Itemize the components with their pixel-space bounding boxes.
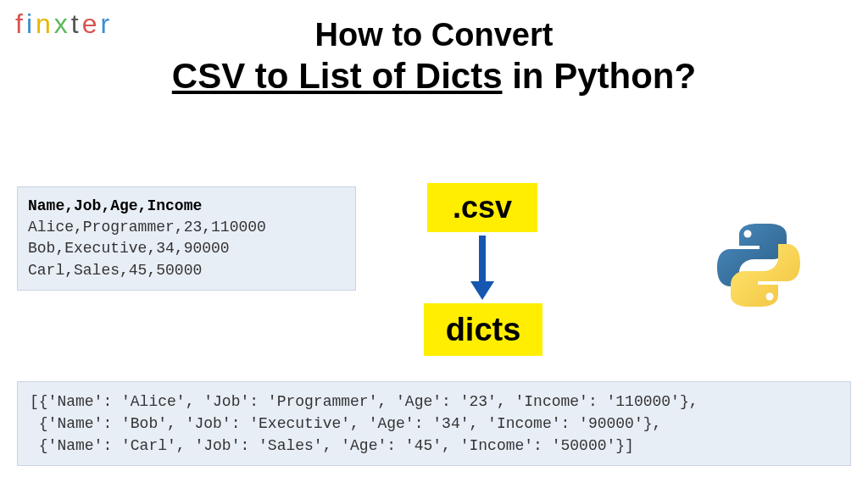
arrow-down-icon bbox=[475, 236, 490, 300]
output-line-2: {'Name': 'Bob', 'Job': 'Executive', 'Age… bbox=[30, 415, 661, 432]
csv-source-box: Name,Job,Age,Income Alice,Programmer,23,… bbox=[17, 186, 356, 291]
csv-row-2: Bob,Executive,34,90000 bbox=[28, 240, 230, 257]
csv-row-3: Carl,Sales,45,50000 bbox=[28, 262, 202, 279]
title-line2: CSV to List of Dicts in Python? bbox=[0, 54, 868, 99]
output-dicts-box: [{'Name': 'Alice', 'Job': 'Programmer', … bbox=[17, 381, 851, 466]
page-title: How to Convert CSV to List of Dicts in P… bbox=[0, 17, 868, 98]
output-line-3: {'Name': 'Carl', 'Job': 'Sales', 'Age': … bbox=[30, 437, 634, 454]
csv-row-1: Alice,Programmer,23,110000 bbox=[28, 219, 266, 236]
tag-csv: .csv bbox=[427, 183, 537, 232]
csv-header: Name,Job,Age,Income bbox=[28, 197, 202, 214]
python-logo-icon bbox=[712, 219, 805, 312]
title-underlined: CSV to List of Dicts bbox=[172, 56, 503, 96]
title-line1: How to Convert bbox=[0, 17, 868, 54]
output-line-1: [{'Name': 'Alice', 'Job': 'Programmer', … bbox=[30, 393, 698, 410]
title-rest: in Python? bbox=[503, 56, 697, 96]
svg-point-0 bbox=[744, 230, 752, 238]
tag-dicts: dicts bbox=[424, 303, 542, 356]
svg-point-1 bbox=[766, 293, 774, 301]
